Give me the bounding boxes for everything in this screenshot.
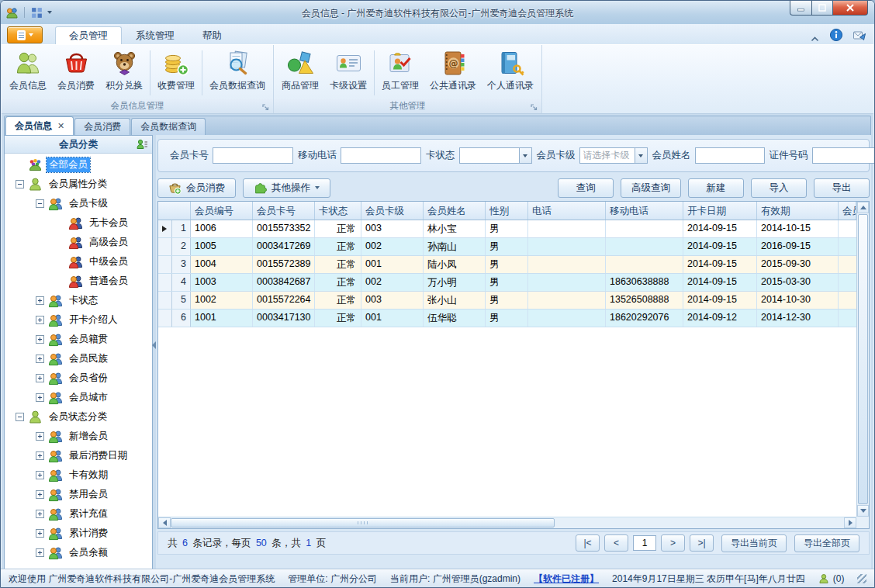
column-header-9[interactable]: 开卡日期 bbox=[683, 202, 757, 220]
ribbon-button-2-2[interactable]: 卡级设置 bbox=[324, 47, 372, 99]
table-row[interactable]: 610010003417130正常001伍华聪男186202920762014-… bbox=[158, 310, 856, 327]
ribbon-button-2-5[interactable]: 个人通讯录 bbox=[482, 47, 539, 99]
quick-access-dropdown-icon[interactable] bbox=[47, 11, 52, 14]
prev-page-button[interactable]: < bbox=[604, 534, 628, 552]
resize-grip[interactable] bbox=[857, 574, 866, 583]
table-row[interactable]: 410030003842687正常002万小明男186306388882014-… bbox=[158, 274, 856, 292]
toolbar-member-consume-button[interactable]: 会员消费 bbox=[157, 178, 236, 198]
column-header-4[interactable]: 会员卡级 bbox=[361, 202, 424, 220]
table-row[interactable]: 110060015573352正常003林小宝男2014-09-152014-1… bbox=[158, 220, 856, 238]
chevron-down-icon[interactable] bbox=[519, 148, 531, 163]
document-tab-3[interactable]: 会员数据查询 bbox=[131, 118, 206, 135]
table-row[interactable]: 510020015572264正常003张小山男135265088882014-… bbox=[158, 292, 856, 310]
chevron-down-icon[interactable] bbox=[635, 148, 647, 163]
export-button[interactable]: 导出 bbox=[814, 178, 870, 198]
tree-item-17[interactable]: 卡有效期 bbox=[5, 465, 152, 485]
tree-expander-icon[interactable] bbox=[36, 451, 44, 460]
column-header-5[interactable]: 会员姓名 bbox=[424, 202, 486, 220]
tree-expander-icon[interactable] bbox=[36, 490, 44, 499]
column-header-10[interactable]: 有效期 bbox=[757, 202, 839, 220]
tree-expander-icon[interactable] bbox=[36, 355, 44, 363]
last-page-button[interactable]: >| bbox=[690, 534, 714, 552]
minimize-button[interactable] bbox=[790, 1, 812, 16]
filter-combo-4[interactable]: 请选择卡级 bbox=[579, 147, 648, 164]
tree-item-13[interactable]: 会员城市 bbox=[5, 388, 152, 407]
column-header-2[interactable]: 会员卡号 bbox=[253, 202, 315, 220]
tree-expander-icon[interactable] bbox=[36, 548, 44, 557]
document-tab-2[interactable]: 会员消费 bbox=[74, 118, 130, 135]
tree-item-12[interactable]: 会员省份 bbox=[5, 368, 152, 388]
collapse-ribbon-icon[interactable] bbox=[810, 32, 820, 39]
filter-input-2[interactable] bbox=[341, 147, 421, 164]
tree-item-5[interactable]: 高级会员 bbox=[5, 233, 152, 252]
tree-expander-icon[interactable] bbox=[36, 510, 44, 518]
tree-expander-icon[interactable] bbox=[36, 374, 44, 382]
filter-combo-3[interactable] bbox=[459, 147, 532, 164]
restore-button[interactable] bbox=[812, 1, 833, 16]
ribbon-tab-1[interactable]: 会员管理 bbox=[55, 26, 122, 44]
ribbon-button-1-2[interactable]: 会员消费 bbox=[52, 47, 100, 99]
scroll-up-icon[interactable] bbox=[857, 202, 869, 213]
dialog-launcher-icon[interactable] bbox=[530, 102, 538, 111]
tree-expander-icon[interactable] bbox=[36, 432, 44, 441]
ribbon-button-2-4[interactable]: @公共通讯录 bbox=[424, 47, 482, 99]
ribbon-button-1-3[interactable]: 积分兑换 bbox=[100, 47, 148, 99]
document-tab-1[interactable]: 会员信息✕ bbox=[5, 116, 74, 135]
tree-item-3[interactable]: 会员卡级 bbox=[5, 194, 152, 213]
tree-item-10[interactable]: 会员籍贯 bbox=[5, 330, 152, 349]
tree-expander-icon[interactable] bbox=[36, 335, 44, 344]
table-row[interactable]: 210050003417269正常002孙南山男2014-09-152016-0… bbox=[158, 238, 856, 256]
column-header-1[interactable]: 会员编号 bbox=[191, 202, 253, 220]
column-header-8[interactable]: 移动电话 bbox=[606, 202, 683, 220]
scroll-right-icon[interactable] bbox=[844, 517, 856, 528]
filter-input-1[interactable] bbox=[213, 147, 293, 164]
tree-item-6[interactable]: 中级会员 bbox=[5, 252, 152, 272]
ribbon-button-2-3[interactable]: 员工管理 bbox=[376, 47, 424, 99]
table-row[interactable]: 310040015572389正常001陆小凤男2014-09-152015-0… bbox=[158, 256, 856, 274]
new-button[interactable]: 新建 bbox=[688, 178, 744, 198]
close-button[interactable] bbox=[833, 1, 868, 16]
tree-expander-icon[interactable] bbox=[36, 296, 44, 305]
tree-item-19[interactable]: 累计充值 bbox=[5, 504, 152, 524]
tree-item-1[interactable]: 全部会员 bbox=[5, 155, 152, 175]
tree-item-16[interactable]: 最后消费日期 bbox=[5, 446, 152, 465]
registered-link[interactable]: 【软件已注册】 bbox=[534, 572, 599, 586]
tree-item-20[interactable]: 累计消费 bbox=[5, 524, 152, 543]
column-header-7[interactable]: 电话 bbox=[528, 202, 606, 220]
export-current-page-button[interactable]: 导出当前页 bbox=[721, 534, 787, 552]
page-number-input[interactable] bbox=[633, 535, 656, 551]
filter-input-5[interactable] bbox=[695, 147, 765, 164]
quick-access-grid-icon[interactable] bbox=[30, 6, 43, 19]
tree-item-18[interactable]: 禁用会员 bbox=[5, 485, 152, 504]
tree-item-8[interactable]: 卡状态 bbox=[5, 291, 152, 310]
ribbon-button-2-1[interactable]: 商品管理 bbox=[276, 47, 324, 99]
info-icon[interactable] bbox=[829, 28, 843, 42]
scroll-down-icon[interactable] bbox=[857, 505, 869, 517]
import-button[interactable]: 导入 bbox=[751, 178, 807, 198]
tree-item-9[interactable]: 开卡介绍人 bbox=[5, 310, 152, 330]
horizontal-scrollbar[interactable] bbox=[158, 517, 856, 528]
tree-item-4[interactable]: 无卡会员 bbox=[5, 213, 152, 233]
ribbon-tab-3[interactable]: 帮助 bbox=[188, 26, 236, 44]
tree-item-21[interactable]: 会员余额 bbox=[5, 543, 152, 562]
next-page-button[interactable]: > bbox=[661, 534, 685, 552]
ribbon-tab-2[interactable]: 系统管理 bbox=[122, 26, 188, 44]
tree-item-15[interactable]: 新增会员 bbox=[5, 427, 152, 446]
filter-input-6[interactable] bbox=[812, 147, 875, 164]
scroll-left-icon[interactable] bbox=[158, 517, 171, 528]
tree-expander-icon[interactable] bbox=[36, 199, 44, 208]
tree-item-7[interactable]: 普通会员 bbox=[5, 272, 152, 291]
column-header-11[interactable]: 会员 bbox=[839, 202, 856, 220]
tree-expander-icon[interactable] bbox=[36, 471, 44, 479]
horizontal-scroll-thumb[interactable] bbox=[171, 518, 555, 527]
vertical-scrollbar[interactable] bbox=[856, 202, 869, 517]
column-header-3[interactable]: 卡状态 bbox=[315, 202, 361, 220]
ribbon-button-1-4[interactable]: 收费管理 bbox=[152, 47, 200, 99]
feedback-icon[interactable] bbox=[853, 28, 866, 42]
query-button[interactable]: 查询 bbox=[558, 178, 614, 198]
tree-expander-icon[interactable] bbox=[16, 413, 24, 421]
ribbon-button-1-1[interactable]: 会员信息 bbox=[4, 47, 52, 99]
tree-expander-icon[interactable] bbox=[36, 393, 44, 402]
dialog-launcher-icon[interactable] bbox=[261, 102, 270, 111]
advanced-query-button[interactable]: 高级查询 bbox=[621, 178, 681, 198]
